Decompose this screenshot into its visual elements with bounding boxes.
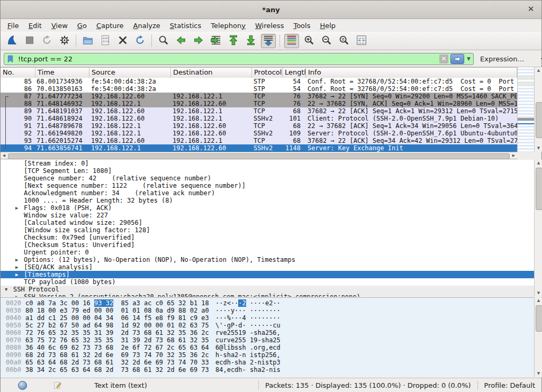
hex-row[interactable]: 007063 75 72 76 65 32 35 35 31 39 2d 73 …: [1, 336, 534, 344]
detail-line[interactable]: [Checksum Status: Unverified]: [1, 241, 534, 249]
detail-line[interactable]: Acknowledgment number: 34 (relative ack …: [1, 189, 534, 197]
restart-capture-button[interactable]: [40, 34, 55, 48]
zoom-out-button[interactable]: [319, 34, 334, 48]
wireshark-fin-button[interactable]: [5, 34, 20, 48]
scroll-down-icon[interactable]: ▼: [535, 290, 542, 297]
hex-bytes[interactable]: c0 a8 7a 3c 00 16 93 32 85 a3 ac c0 65 3…: [25, 299, 215, 307]
packet-row-85[interactable]: 8568.001734936fe:54:00:d4:38:2aSTP54Conf…: [1, 78, 517, 85]
detail-line[interactable]: Sequence number: 42 (relative sequence n…: [1, 175, 534, 182]
detail-line[interactable]: ▶SSH Version 2 (encryption:chacha20-poly…: [1, 293, 534, 297]
packet-row-89[interactable]: 8971.648191037192.168.122.60192.168.122.…: [1, 107, 517, 115]
details-scrollbar[interactable]: ▲ ▼: [534, 160, 542, 297]
capture-options-button[interactable]: [57, 34, 72, 48]
expert-info-icon[interactable]: [18, 381, 27, 390]
colorize-button[interactable]: [284, 34, 299, 48]
hex-row[interactable]: 00a065 63 64 68 2d 73 68 61 32 2d 6e 69 …: [1, 359, 534, 366]
packet-list-minimap[interactable]: [517, 67, 535, 152]
hex-ascii[interactable]: curve255 19-sha25: [215, 336, 534, 344]
open-file-button[interactable]: [80, 34, 95, 48]
close-file-button[interactable]: [115, 34, 130, 48]
titlebar[interactable]: *any ✕: [1, 1, 541, 19]
hex-ascii[interactable]: h-sha2-n istp256,: [215, 351, 534, 359]
apply-filter-button[interactable]: [450, 54, 464, 64]
menu-wireless[interactable]: Wireless: [250, 21, 288, 31]
detail-line[interactable]: [Window size scaling factor: 128]: [1, 226, 534, 234]
hex-bytes[interactable]: 63 75 72 76 65 32 35 35 31 39 2d 73 68 6…: [25, 336, 215, 344]
hex-bytes[interactable]: a1 dd c1 25 00 00 04 34 06 14 f5 e8 f9 8…: [25, 314, 215, 322]
menu-help[interactable]: Help: [315, 21, 340, 31]
close-icon[interactable]: ✕: [526, 4, 536, 14]
hex-ascii[interactable]: ····y··· ········: [215, 307, 534, 314]
packet-list-header[interactable]: No.TimeSourceDestinationProtocolLengthIn…: [1, 67, 517, 79]
hex-row[interactable]: 00b038 34 2c 65 63 64 68 2d 73 68 61 32 …: [1, 366, 534, 373]
zoom-in-button[interactable]: [302, 34, 317, 48]
scrollbar-thumb[interactable]: [536, 305, 542, 332]
packet-list-hscrollbar[interactable]: ◀ ▶: [1, 152, 517, 159]
bytes-scrollbar[interactable]: ▲ ▼: [534, 297, 542, 377]
bookmark-icon[interactable]: [6, 54, 15, 63]
hex-row[interactable]: 006072 76 65 32 35 35 31 39 2d 73 68 61 …: [1, 329, 534, 336]
add-filter-button[interactable]: +: [537, 54, 542, 63]
hex-bytes[interactable]: 5c 27 b2 67 50 ad 64 98 1d 92 00 00 01 0…: [25, 322, 215, 329]
menu-view[interactable]: View: [47, 21, 73, 31]
hex-bytes[interactable]: 68 2d 73 68 61 32 2d 6e 69 73 74 70 32 3…: [25, 351, 215, 359]
auto-scroll-button[interactable]: [261, 34, 276, 48]
scroll-up-icon[interactable]: ▲: [535, 67, 542, 74]
hex-bytes[interactable]: 38 34 2c 65 63 64 68 2d 73 68 61 32 2d 6…: [25, 366, 215, 373]
zoom-reset-button[interactable]: [337, 34, 351, 48]
capture-comment-icon[interactable]: [53, 381, 61, 389]
scroll-left-icon[interactable]: ◀: [1, 152, 7, 159]
go-first-button[interactable]: [226, 34, 241, 48]
stop-capture-button[interactable]: [22, 34, 37, 48]
detail-line[interactable]: [TCP Segment Len: 1080]: [1, 167, 534, 175]
column-header-length[interactable]: Length: [283, 68, 306, 78]
hex-ascii[interactable]: ···%···4 ········: [215, 314, 534, 322]
detail-line[interactable]: ▶Options: (12 bytes), No-Operation (NOP)…: [1, 256, 534, 263]
collapse-arrow-icon[interactable]: ▼: [5, 286, 7, 293]
menu-file[interactable]: File: [3, 21, 24, 31]
hex-row[interactable]: 0040a1 dd c1 25 00 00 04 34 06 14 f5 e8 …: [1, 314, 534, 322]
hex-row[interactable]: 009068 2d 73 68 61 32 2d 6e 69 73 74 70 …: [1, 351, 534, 359]
expression-button[interactable]: Expression…: [480, 55, 525, 63]
scroll-up-icon[interactable]: ▲: [535, 160, 542, 167]
scrollbar-thumb[interactable]: [536, 102, 542, 138]
hex-bytes[interactable]: 65 63 64 68 2d 73 68 61 32 2d 6e 69 73 7…: [25, 359, 215, 366]
menu-tools[interactable]: Tools: [288, 21, 315, 31]
hex-row[interactable]: 00505c 27 b2 67 50 ad 64 98 1d 92 00 00 …: [1, 322, 534, 329]
hex-row[interactable]: 0020c0 a8 7a 3c 00 16 93 32 85 a3 ac c0 …: [1, 299, 534, 307]
clear-filter-icon[interactable]: ✕: [439, 54, 448, 63]
go-last-button[interactable]: [243, 34, 258, 48]
expand-arrow-icon[interactable]: ▶: [15, 271, 18, 278]
go-to-packet-button[interactable]: [209, 34, 223, 48]
packet-row-91[interactable]: 9171.648789678192.168.122.1192.168.122.6…: [1, 122, 517, 130]
expand-arrow-icon[interactable]: ▶: [15, 204, 18, 212]
packet-list-scrollbar[interactable]: ▲ ▼: [534, 67, 542, 152]
packet-row-88[interactable]: 8871.648146932192.168.122.1192.168.122.6…: [1, 100, 517, 107]
scroll-down-icon[interactable]: ▼: [535, 145, 542, 152]
hex-bytes[interactable]: 36 40 6c 69 62 73 73 68 2e 6f 72 67 2c 6…: [25, 344, 215, 351]
column-header-no[interactable]: No.: [1, 68, 35, 78]
detail-line[interactable]: [Next sequence number: 1122 (relative se…: [1, 182, 534, 189]
menu-edit[interactable]: Edit: [24, 21, 47, 31]
save-file-button[interactable]: 01010110: [98, 34, 113, 48]
detail-line[interactable]: 1000 .... = Header Length: 32 bytes (8): [1, 197, 534, 204]
find-packet-button[interactable]: [156, 34, 171, 48]
hex-ascii[interactable]: ecdh-sha 2-nistp3: [215, 359, 534, 366]
hscrollbar-thumb[interactable]: [8, 153, 510, 159]
hex-ascii[interactable]: 84,ecdh- sha2-nis: [215, 366, 534, 373]
packet-row-94[interactable]: 9471.663856741192.168.122.1192.168.122.6…: [1, 144, 517, 152]
expand-arrow-icon[interactable]: ▶: [15, 263, 18, 271]
hex-bytes[interactable]: 72 76 65 32 35 35 31 39 2d 73 68 61 32 3…: [25, 329, 215, 336]
detail-line[interactable]: Window size value: 227: [1, 212, 534, 219]
hex-bytes[interactable]: 80 18 00 e3 79 ed 00 00 01 01 08 0a d9 8…: [25, 307, 215, 314]
detail-line[interactable]: Checksum: 0x79ed [unverified]: [1, 234, 534, 241]
expand-arrow-icon[interactable]: ▶: [15, 256, 18, 263]
go-forward-button[interactable]: [191, 34, 206, 48]
filter-history-dropdown-icon[interactable]: ▼: [465, 56, 472, 61]
reload-file-button[interactable]: [133, 34, 148, 48]
scroll-up-icon[interactable]: ▲: [535, 297, 542, 304]
menu-telephony[interactable]: Telephony: [206, 21, 250, 31]
packet-row-93[interactable]: 9371.662015274192.168.122.60192.168.122.…: [1, 137, 517, 144]
menu-capture[interactable]: Capture: [92, 21, 129, 31]
hex-row[interactable]: 008036 40 6c 69 62 73 73 68 2e 6f 72 67 …: [1, 344, 534, 351]
